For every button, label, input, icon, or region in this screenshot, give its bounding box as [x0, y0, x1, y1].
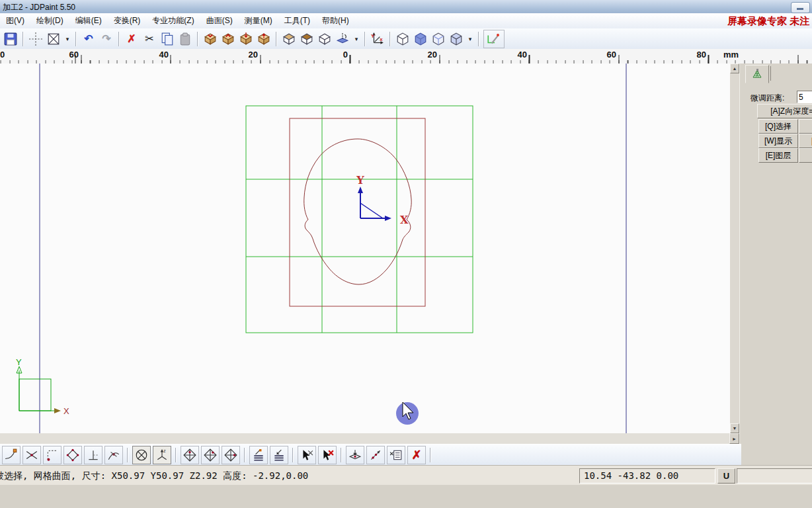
quad-surface-top-icon[interactable] — [181, 446, 199, 464]
model-bounds-rect[interactable] — [290, 118, 425, 306]
ruler-label: 40 — [510, 50, 527, 60]
horizontal-ruler: 0 60 40 20 0 20 40 60 80 mm — [0, 49, 812, 64]
vertical-scrollbar[interactable]: ▲ ▼ — [730, 64, 739, 433]
select-button[interactable]: [Q]选择 — [758, 119, 798, 134]
box-arrow-up-icon[interactable] — [220, 31, 236, 47]
display-solid-icon[interactable] — [413, 31, 428, 47]
head-outline[interactable] — [304, 139, 411, 284]
quad-surface-corner-icon[interactable] — [222, 446, 240, 464]
delete-selection-icon[interactable]: ✗ — [407, 446, 426, 464]
menu-edit[interactable]: 编辑(E) — [69, 13, 108, 28]
drawing-svg[interactable]: Y X Y X — [0, 64, 730, 433]
drop-to-surface-icon[interactable] — [346, 446, 364, 464]
fillet-curve-icon[interactable] — [2, 446, 20, 464]
intersect-icon[interactable] — [22, 446, 41, 464]
scroll-up-icon[interactable]: ▲ — [730, 64, 739, 73]
scroll-down-icon[interactable]: ▼ — [730, 423, 739, 433]
sheet-dropdown-icon[interactable]: ▾ — [63, 36, 71, 42]
perpendicular-icon[interactable] — [84, 446, 102, 464]
display-mode-dropdown-icon[interactable]: ▾ — [466, 36, 474, 42]
layers-up-icon[interactable] — [249, 446, 268, 464]
tool-panel-tab[interactable] — [745, 65, 769, 83]
cursor-highlight — [396, 402, 419, 425]
screen-recorder-watermark: 屏幕录像专家 未注 — [727, 15, 812, 27]
coordinate-readout: 10.54 -43.82 0.00 — [579, 468, 715, 484]
menu-tools[interactable]: 工具(T) — [278, 13, 316, 28]
display-button[interactable]: [W]显示 — [758, 134, 798, 148]
box-arrow-out-icon[interactable] — [256, 31, 272, 47]
horizontal-scrollbar[interactable]: ► — [0, 433, 739, 444]
layers-down-icon[interactable] — [270, 446, 288, 464]
paste-icon[interactable] — [177, 31, 193, 47]
ruler-label-partial: 0 — [0, 50, 5, 60]
list-pick-icon[interactable] — [387, 446, 405, 464]
cube-tan-top-icon[interactable] — [281, 31, 297, 47]
drawing-canvas[interactable]: Y X Y X — [0, 64, 730, 433]
ruler-label: 20 — [420, 50, 437, 60]
display-mixed-icon[interactable] — [448, 31, 464, 47]
cut-icon[interactable]: ✂ — [142, 31, 157, 47]
engrave-tool-icon — [751, 68, 763, 80]
ucs-y-label: Y — [16, 357, 22, 367]
scroll-right-icon[interactable]: ► — [729, 433, 739, 444]
blank-sheet-icon[interactable] — [46, 31, 61, 47]
copy-icon[interactable] — [159, 31, 175, 47]
menu-transform[interactable]: 变换(R) — [108, 13, 147, 28]
cube-wireframe-icon[interactable] — [317, 31, 333, 47]
z-depth-button[interactable]: [A]Z向深度=0 — [757, 104, 812, 118]
origin-y-label: Y — [356, 174, 364, 187]
display-wireframe-icon[interactable] — [395, 31, 411, 47]
grid-point-snap-icon[interactable] — [132, 446, 151, 464]
ucs-indicator: Y X — [16, 357, 69, 416]
menu-measure[interactable]: 测量(M) — [239, 13, 278, 28]
window-bottom-strip — [0, 485, 812, 508]
minimize-button[interactable] — [791, 2, 810, 13]
menu-pro-functions[interactable]: 专业功能(Z) — [146, 13, 200, 28]
cube-brown-top-icon[interactable] — [299, 31, 315, 47]
save-icon[interactable] — [3, 31, 19, 47]
layer-button[interactable]: [E]图层 — [758, 148, 798, 163]
box-arrow-down-icon[interactable] — [202, 31, 218, 47]
tangent-icon[interactable] — [104, 446, 123, 464]
status-bar: 被选择, 网格曲面, 尺寸: X50.97 Y50.97 Z2.92 高度: -… — [0, 465, 812, 486]
ruler-label: 0 — [331, 50, 348, 60]
ucs-x-label: X — [63, 406, 69, 416]
units-button[interactable]: U — [717, 468, 735, 484]
menu-bar: 图(V) 绘制(D) 编辑(E) 变换(R) 专业功能(Z) 曲面(S) 测量(… — [0, 13, 812, 29]
grid-surface[interactable] — [246, 106, 473, 333]
rotate-view-icon[interactable] — [335, 31, 350, 47]
menu-draw[interactable]: 绘制(D) — [30, 13, 69, 28]
nudge-distance-input[interactable] — [797, 91, 812, 103]
redo-icon[interactable]: ↷ — [99, 31, 114, 47]
t-button[interactable]: [T] — [799, 134, 812, 148]
ruler-label: 60 — [61, 50, 79, 60]
window-title: 加工2 - JDPaint 5.50 — [3, 2, 75, 13]
ruler-label: 40 — [151, 50, 169, 60]
delete-icon[interactable]: ✗ — [124, 31, 140, 47]
quad-surface-side-icon[interactable] — [201, 446, 220, 464]
rotate-view-dropdown-icon[interactable]: ▾ — [352, 36, 360, 42]
ruler-label: 20 — [241, 50, 258, 60]
right-panel: 微调距离: [A]Z向深度=0 [Q]选择 [R [W]显示 [T] [E]图层… — [739, 64, 812, 465]
pick-cross-icon[interactable] — [298, 446, 316, 464]
coordinate-values: 10.54 -43.82 0.00 — [584, 470, 678, 481]
jdpaint-window: 加工2 - JDPaint 5.50 图(V) 绘制(D) 编辑(E) 变换(R… — [0, 0, 812, 508]
crosshair-icon[interactable] — [28, 31, 44, 47]
origin-axes: Y X — [356, 174, 409, 226]
menu-view[interactable]: 图(V) — [0, 13, 30, 28]
node-edit-icon[interactable] — [366, 446, 385, 464]
pick-delete-icon[interactable] — [318, 446, 337, 464]
minimize-icon — [797, 8, 803, 10]
xy-axes-icon[interactable]: Yx — [370, 31, 386, 47]
offset-corner-icon[interactable] — [43, 446, 61, 464]
menu-help[interactable]: 帮助(H) — [316, 13, 355, 28]
menu-surface[interactable]: 曲面(S) — [200, 13, 239, 28]
ring-points-icon[interactable] — [63, 446, 82, 464]
axis-snap-icon[interactable]: z — [153, 446, 171, 464]
undo-icon[interactable]: ↶ — [81, 31, 97, 47]
y-button[interactable]: [Y — [799, 148, 812, 163]
display-hidden-line-icon[interactable] — [430, 31, 446, 47]
r-button[interactable]: [R — [799, 119, 812, 134]
pick-tool-icon[interactable] — [483, 30, 505, 48]
box-arrow-in-icon[interactable] — [238, 31, 254, 47]
